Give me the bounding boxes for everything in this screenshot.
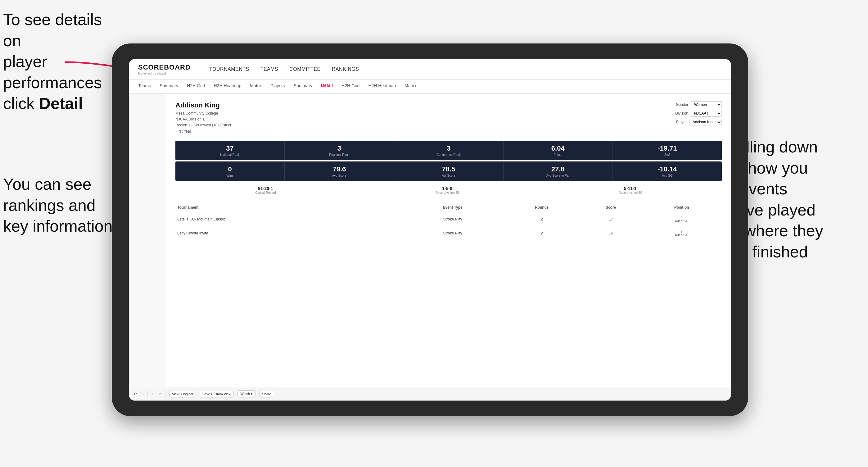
stat-conference-rank: 3 Conference Rank <box>394 141 503 160</box>
stats-row-2: 0 Wins 79.6 Avg Score 78.5 Adj Score 27.… <box>176 161 722 181</box>
td-tournament-1: Estella CC- Mountain Classic <box>176 212 402 226</box>
stat-avg-score-par: 27.8 Avg Score to Par <box>503 161 613 181</box>
th-tournament: Tournament <box>176 203 402 212</box>
stat-national-rank: 37 National Rank <box>176 141 285 160</box>
nav-rankings[interactable]: RANKINGS <box>332 66 359 72</box>
player-info: Addison King Mesa Community College NJCA… <box>176 101 231 134</box>
td-rounds-2: 2 <box>503 226 580 240</box>
tab-players[interactable]: Players <box>270 83 285 90</box>
sub-nav: Teams Summary H2H Grid H2H Heatmap Matri… <box>129 80 731 94</box>
logo-sub: Powered by clippd <box>138 71 191 75</box>
tournament-table: Tournament Event Type Rounds Score Posit… <box>176 203 722 240</box>
filter-division-label: Division <box>675 111 688 116</box>
toolbar-icon-zoom-in: ⊕ <box>158 392 161 396</box>
th-position: Position <box>641 203 722 212</box>
player-filters: Gender Women Division NJCAA I <box>675 101 722 125</box>
toolbar-save-custom[interactable]: Save Custom View <box>199 391 234 398</box>
td-event-type-2: Stroke Play <box>402 226 503 240</box>
filter-player-select[interactable]: Addison King <box>689 119 722 125</box>
tab-matrix[interactable]: Matrix <box>250 83 262 90</box>
th-event-type: Event Type <box>402 203 503 212</box>
td-position-1: 4 out of 20 <box>641 212 722 226</box>
table-row: Lady Coyote Invite Stroke Play 2 16 7 ou… <box>176 226 722 240</box>
filter-player-label: Player <box>676 120 687 124</box>
toolbar-icon-zoom-out: ⊖ <box>152 392 155 396</box>
nav-teams[interactable]: TEAMS <box>260 66 278 72</box>
bottom-toolbar: ↩ ↪ ⊖ ⊕ View: Original Save Custom View … <box>129 387 731 401</box>
detail-panel: Addison King Mesa Community College NJCA… <box>166 94 731 401</box>
tablet-frame: SCOREBOARD Powered by clippd TOURNAMENTS… <box>112 43 748 416</box>
th-score: Score <box>580 203 642 212</box>
record-overall: 91-20-1 Overall Record <box>255 186 276 194</box>
record-top25: 1-5-0 Record vs top 25 <box>436 186 459 194</box>
td-position-2: 7 out of 20 <box>641 226 722 240</box>
stat-points: 6.04 Points <box>503 141 613 160</box>
tab-h2h-heatmap2[interactable]: H2H Heatmap <box>368 83 396 90</box>
td-score-1: 17 <box>580 212 642 226</box>
stat-sos: -19.71 SoS <box>613 141 722 160</box>
player-division: NJCAA Division 1 <box>176 117 231 122</box>
filter-division-select[interactable]: NJCAA I <box>691 110 722 117</box>
toolbar-sep-2 <box>165 391 165 397</box>
player-name: Addison King <box>176 101 231 109</box>
nav-committee[interactable]: COMMITTEE <box>289 66 321 72</box>
filter-player-row: Player Addison King <box>676 119 722 125</box>
th-rounds: Rounds <box>503 203 580 212</box>
filter-gender-select[interactable]: Women <box>691 101 722 108</box>
stat-regional-rank: 3 Regional Rank <box>285 141 394 160</box>
main-content: Addison King Mesa Community College NJCA… <box>129 94 731 401</box>
stats-row-1: 37 National Rank 3 Regional Rank 3 Confe… <box>176 141 722 160</box>
left-sidebar <box>129 94 166 401</box>
td-rounds-1: 2 <box>503 212 580 226</box>
records-row: 91-20-1 Overall Record 1-5-0 Record vs t… <box>176 182 722 198</box>
table-row: Estella CC- Mountain Classic Stroke Play… <box>176 212 722 226</box>
td-tournament-2: Lady Coyote Invite <box>176 226 402 240</box>
toolbar-sep-1 <box>148 391 148 397</box>
stat-wins: 0 Wins <box>176 161 285 181</box>
filter-gender-label: Gender <box>676 102 688 107</box>
toolbar-share[interactable]: Share <box>259 391 274 398</box>
tab-teams[interactable]: Teams <box>138 83 151 90</box>
stat-avg-score: 79.6 Avg Score <box>285 161 394 181</box>
logo-area: SCOREBOARD Powered by clippd <box>138 63 191 75</box>
tab-h2h-heatmap[interactable]: H2H Heatmap <box>214 83 242 90</box>
annotation-bottomleft: You can see rankings and key information <box>3 174 121 237</box>
tab-detail[interactable]: Detail <box>321 83 333 90</box>
tablet-screen: SCOREBOARD Powered by clippd TOURNAMENTS… <box>129 59 731 401</box>
filter-division-row: Division NJCAA I <box>675 110 722 117</box>
toolbar-icon-redo: ↪ <box>141 392 144 396</box>
toolbar-icon-undo: ↩ <box>134 392 137 396</box>
tab-matrix2[interactable]: Matrix <box>404 83 416 90</box>
stat-avg-sg: -10.14 Avg SG <box>613 161 722 181</box>
nav-links: TOURNAMENTS TEAMS COMMITTEE RANKINGS <box>209 66 359 72</box>
td-event-type-1: Stroke Play <box>402 212 503 226</box>
record-top50: 5-11-1 Record vs top 50 <box>618 186 642 194</box>
tab-h2h-grid2[interactable]: H2H Grid <box>341 83 360 90</box>
tab-summary2[interactable]: Summary <box>294 83 312 90</box>
tab-h2h-grid[interactable]: H2H Grid <box>187 83 205 90</box>
nav-tournaments[interactable]: TOURNAMENTS <box>209 66 249 72</box>
player-region: Region 1 - Southwest (18) District <box>176 122 231 128</box>
logo-text: SCOREBOARD <box>138 63 191 71</box>
tab-summary[interactable]: Summary <box>160 83 178 90</box>
player-school: Mesa Community College <box>176 111 231 117</box>
player-year: First Year <box>176 129 231 134</box>
top-nav: SCOREBOARD Powered by clippd TOURNAMENTS… <box>129 59 731 80</box>
player-header: Addison King Mesa Community College NJCA… <box>176 101 722 134</box>
toolbar-view-original[interactable]: View: Original <box>169 391 196 398</box>
stat-adj-score: 78.5 Adj Score <box>394 161 503 181</box>
toolbar-watch[interactable]: Watch ▾ <box>238 390 255 398</box>
filter-gender-row: Gender Women <box>676 101 722 108</box>
td-score-2: 16 <box>580 226 642 240</box>
